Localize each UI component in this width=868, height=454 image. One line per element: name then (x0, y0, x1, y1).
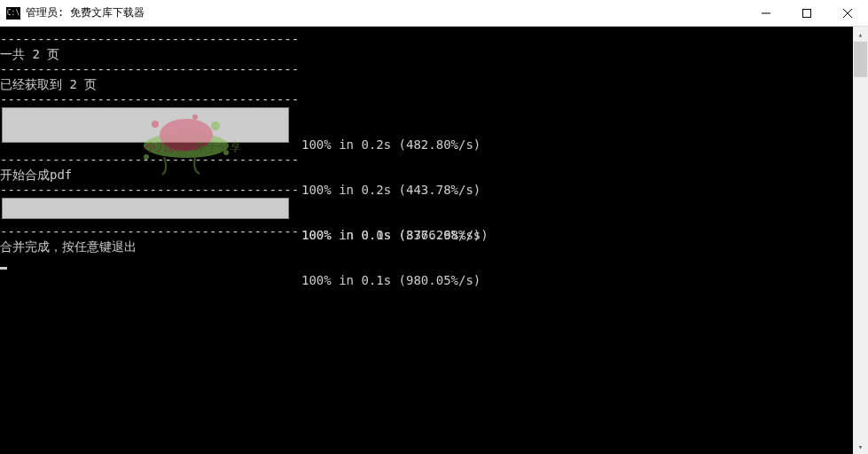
separator: ---------------------------------------- (0, 32, 853, 47)
titlebar[interactable]: C:\ 管理员: 免费文库下载器 (0, 0, 868, 27)
progress-block-1: 100% in 0.2s (482.80%/s) 100% in 0.2s (4… (0, 107, 853, 145)
separator: ---------------------------------------- (0, 92, 853, 107)
vertical-scrollbar[interactable]: ▴ ▾ (853, 27, 868, 454)
console-output[interactable]: ----------------------------------------… (0, 27, 853, 454)
cursor-icon (0, 267, 7, 270)
maximize-button[interactable] (786, 0, 827, 27)
separator: ---------------------------------------- (0, 62, 853, 77)
cmd-icon: C:\ (6, 7, 20, 20)
scroll-thumb[interactable] (854, 42, 867, 77)
minimize-button[interactable] (746, 0, 786, 27)
close-button[interactable] (827, 0, 868, 27)
progress-bar (2, 198, 289, 219)
progress-bar (2, 107, 289, 143)
svg-rect-1 (803, 10, 811, 18)
progress-stats: 100% in 0.1s (836.29%/s) 100% in 0.1s (9… (301, 198, 481, 318)
total-pages-line: 一共 2 页 (0, 47, 853, 62)
scroll-up-icon[interactable]: ▴ (853, 27, 868, 42)
fetched-line: 已经获取到 2 页 (0, 77, 853, 92)
window-buttons (746, 0, 868, 26)
scroll-down-icon[interactable]: ▾ (853, 439, 868, 454)
progress-block-2: 100% in 0.1s (836.29%/s) 100% in 0.1s (9… (0, 198, 853, 224)
window-title: 管理员: 免费文库下载器 (26, 5, 746, 20)
